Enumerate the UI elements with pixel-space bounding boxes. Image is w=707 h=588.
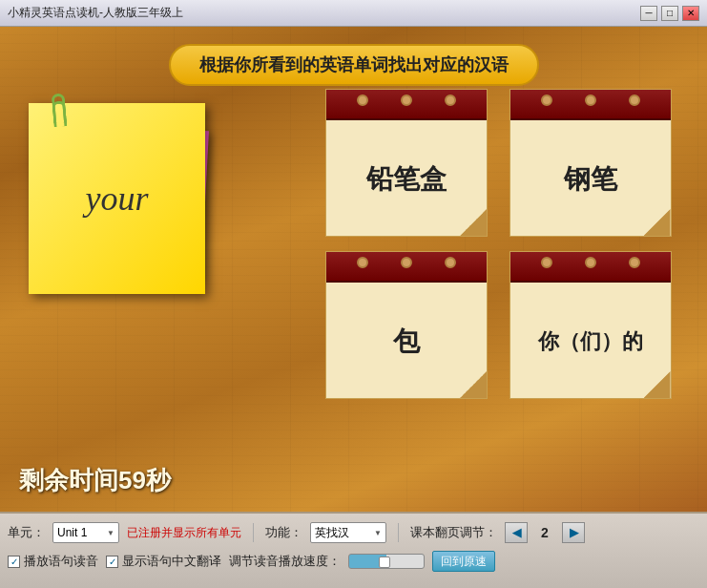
minimize-button[interactable]: ─ xyxy=(640,6,657,21)
answer-card-1[interactable]: 铅笔盒 xyxy=(325,89,488,237)
hole xyxy=(445,94,456,106)
hole xyxy=(541,94,552,106)
answer-card-4[interactable]: 你（们）的 xyxy=(509,251,672,399)
bottom-bar: 单元： Unit 1 ▼ 已注册并显示所有单元 功能： 英找汉 ▼ 课本翻页调节… xyxy=(0,512,707,588)
card-text-1: 铅笔盒 xyxy=(326,123,487,236)
function-dropdown[interactable]: 英找汉 ▼ xyxy=(310,522,386,543)
unit-value: Unit 1 xyxy=(57,526,87,539)
hole xyxy=(541,257,552,268)
prev-page-button[interactable]: ◀ xyxy=(505,522,528,543)
hole xyxy=(629,94,640,106)
restore-button[interactable]: 回到原速 xyxy=(432,551,495,572)
hole xyxy=(629,257,640,268)
separator xyxy=(253,523,254,542)
main-area: 根据你所看到的英语单词找出对应的汉语 your 铅笔盒 钢笔 xyxy=(0,27,707,512)
sticky-yellow: your xyxy=(29,103,205,294)
page-label: 课本翻页调节： xyxy=(410,524,497,541)
paperclip-icon xyxy=(52,93,68,127)
function-value: 英找汉 xyxy=(315,525,349,541)
hole xyxy=(401,94,412,106)
play-audio-checkbox[interactable]: ✓ xyxy=(8,556,20,568)
restore-label: 回到原速 xyxy=(441,554,487,570)
bottom-row2: ✓ 播放语句读音 ✓ 显示语句中文翻译 调节读音播放速度： 回到原速 xyxy=(8,548,699,575)
maximize-button[interactable]: □ xyxy=(661,6,678,21)
function-dropdown-arrow: ▼ xyxy=(374,529,382,537)
card-text-2: 钢笔 xyxy=(510,123,671,236)
card-holes-2 xyxy=(510,94,671,106)
title-bar-text: 小精灵英语点读机-人教版三年级上 xyxy=(8,5,183,21)
sticky-word: your xyxy=(86,178,149,219)
speed-slider[interactable] xyxy=(348,554,425,569)
hole xyxy=(401,257,412,268)
cards-grid: 铅笔盒 钢笔 包 xyxy=(325,89,678,399)
hole xyxy=(585,257,596,268)
register-text: 已注册并显示所有单元 xyxy=(127,525,241,541)
close-button[interactable]: ✕ xyxy=(682,6,699,21)
hole xyxy=(357,94,368,106)
title-bar-buttons: ─ □ ✕ xyxy=(640,6,699,21)
hole xyxy=(357,257,368,268)
answer-card-3[interactable]: 包 xyxy=(325,251,488,399)
speed-label: 调节读音播放速度： xyxy=(229,553,341,570)
separator2 xyxy=(398,523,399,542)
timer-area: 剩余时间59秒 xyxy=(19,464,171,497)
next-page-button[interactable]: ▶ xyxy=(562,522,585,543)
sticky-area: your xyxy=(24,98,234,346)
timer-text: 剩余时间59秒 xyxy=(19,466,171,494)
play-audio-label: 播放语句读音 xyxy=(24,553,98,570)
answer-card-2[interactable]: 钢笔 xyxy=(509,89,672,237)
show-translation-checkbox[interactable]: ✓ xyxy=(106,556,118,568)
unit-label: 单元： xyxy=(8,524,45,541)
timer-seconds: 59 xyxy=(118,466,146,494)
card-text-4: 你（们）的 xyxy=(510,285,671,398)
timer-label: 剩余时间 xyxy=(19,466,118,494)
hole xyxy=(445,257,456,268)
checkbox-group-2: ✓ 显示语句中文翻译 xyxy=(106,553,221,570)
card-holes-3 xyxy=(326,257,487,268)
show-translation-label: 显示语句中文翻译 xyxy=(122,553,221,570)
card-holes-4 xyxy=(510,257,671,268)
checkbox-group-1: ✓ 播放语句读音 xyxy=(8,553,98,570)
page-number: 2 xyxy=(535,525,554,540)
hole xyxy=(585,94,596,106)
unit-dropdown[interactable]: Unit 1 ▼ xyxy=(52,522,119,543)
timer-unit: 秒 xyxy=(146,466,171,494)
unit-dropdown-arrow: ▼ xyxy=(107,529,114,537)
instruction-banner: 根据你所看到的英语单词找出对应的汉语 xyxy=(169,44,539,86)
card-holes-1 xyxy=(326,94,487,106)
title-bar: 小精灵英语点读机-人教版三年级上 ─ □ ✕ xyxy=(0,0,707,27)
instruction-text: 根据你所看到的英语单词找出对应的汉语 xyxy=(199,55,509,74)
bottom-row1: 单元： Unit 1 ▼ 已注册并显示所有单元 功能： 英找汉 ▼ 课本翻页调节… xyxy=(8,517,699,548)
function-label: 功能： xyxy=(265,524,302,541)
card-text-3: 包 xyxy=(326,285,487,398)
